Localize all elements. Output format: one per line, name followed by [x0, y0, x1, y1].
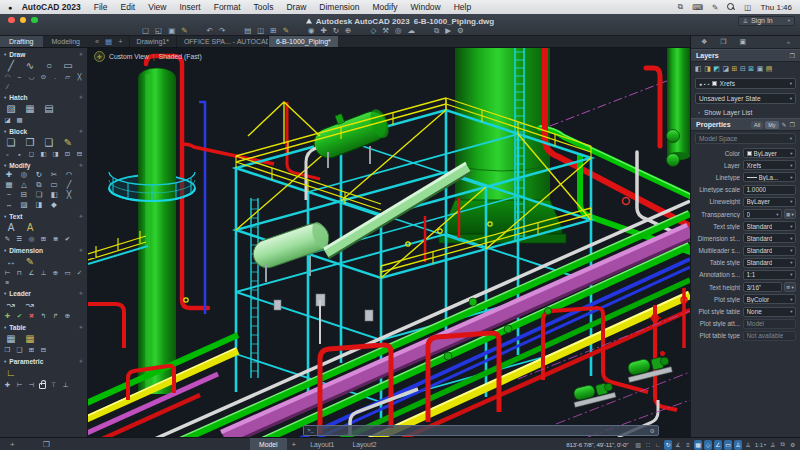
display-mirroring-icon[interactable]: ⧉	[678, 2, 683, 12]
drawing-canvas[interactable]	[88, 48, 690, 437]
draw-tool-icon[interactable]: ╳	[75, 73, 84, 81]
navigation-compass-icon[interactable]: ✛	[94, 51, 105, 62]
modify-tool-icon[interactable]: ◎	[18, 170, 30, 179]
workspace-icon[interactable]: ♙	[769, 440, 778, 450]
modify-tool-icon[interactable]: ❏	[33, 190, 45, 199]
viewport-controls[interactable]: ✛ Custom View | Shaded (Fast)	[94, 51, 202, 62]
options-icon[interactable]: ⚙	[457, 26, 464, 35]
zoom-window-button[interactable]	[31, 17, 38, 24]
text-tool-icon[interactable]: ✔	[63, 235, 72, 243]
palette-section-table[interactable]: ▾Table✳	[0, 322, 87, 332]
dynamic-ucs-icon[interactable]: ∠	[714, 440, 723, 450]
new-layout-icon[interactable]: +	[10, 440, 15, 449]
dimension-tool-icon[interactable]: ✎	[22, 255, 38, 268]
modify-tool-icon[interactable]: ◨	[33, 200, 45, 209]
annotation-visibility-icon[interactable]: ♙	[734, 440, 743, 450]
block-tool-icon[interactable]: ❏	[3, 136, 19, 149]
new-file-icon[interactable]: ▢	[142, 26, 149, 35]
parametric-tool-icon[interactable]: ⊥	[61, 381, 70, 389]
filter-my-button[interactable]: My	[765, 121, 778, 129]
visual-style-control[interactable]: Shaded (Fast)	[159, 53, 202, 60]
draw-tool-icon[interactable]: ○	[41, 59, 57, 72]
redo-icon[interactable]: ↷	[219, 26, 225, 35]
settings-gear-icon[interactable]: ⚙	[789, 440, 798, 450]
menu-edit[interactable]: Edit	[114, 0, 142, 14]
hatch-tool-icon[interactable]: ▦	[22, 102, 38, 115]
annotation-autoscale-icon[interactable]: ♙	[744, 440, 753, 450]
parametric-tool-icon[interactable]: ⊤	[49, 381, 58, 389]
property-field-text-height[interactable]: 3/16"	[743, 282, 782, 292]
layer-freeze-icon[interactable]: ◩	[713, 65, 720, 73]
section-gear-icon[interactable]: ✳	[79, 324, 83, 330]
snap-icon[interactable]: ▦	[694, 440, 703, 450]
palette-section-draw[interactable]: ▾Draw✳	[0, 49, 87, 59]
text-tool-icon[interactable]: A	[3, 221, 19, 234]
property-extra-button[interactable]: ⊞ ▾	[784, 282, 796, 292]
modify-tool-icon[interactable]: △	[18, 180, 30, 189]
text-tool-icon[interactable]: A	[22, 221, 38, 234]
leader-tool-icon[interactable]: ↝	[22, 298, 38, 311]
tools-icon[interactable]: ⚒	[382, 26, 389, 35]
spotlight-search-icon[interactable]	[727, 3, 735, 11]
dimension-tool-icon[interactable]: ⊓	[15, 269, 24, 277]
menu-autocad-2023[interactable]: AutoCAD 2023	[15, 0, 87, 14]
dynamic-input-icon[interactable]: ▭	[724, 440, 733, 450]
draw-tool-icon[interactable]: ▭	[60, 59, 76, 72]
property-field-layer[interactable]: Xrefs▾	[743, 160, 796, 170]
block-tool-icon[interactable]: ◧	[39, 150, 48, 158]
layer-off-icon[interactable]: ◨	[704, 65, 711, 73]
new-layer-icon[interactable]: ◧	[695, 65, 702, 73]
text-tool-icon[interactable]: ≣	[51, 235, 60, 243]
isodraft-icon[interactable]: ↻	[664, 440, 673, 450]
constraint-lock-icon[interactable]	[39, 383, 46, 389]
draw-tool-icon[interactable]: ∕	[3, 82, 12, 90]
plot-preview-icon[interactable]: ◫	[257, 26, 264, 35]
modify-tool-icon[interactable]: ▨	[18, 200, 30, 209]
sheets-palette-tab[interactable]: ❐	[720, 38, 726, 46]
new-layout-tab-button[interactable]: +	[287, 438, 302, 450]
view-name-control[interactable]: Custom View	[109, 53, 149, 60]
menu-clock[interactable]: Thu 1:46	[760, 3, 792, 12]
layout-list-icon[interactable]: ❒	[43, 440, 50, 449]
draw-tool-icon[interactable]: ◠	[3, 73, 12, 81]
section-gear-icon[interactable]: ✳	[79, 128, 83, 134]
block-tool-icon[interactable]: ◨	[51, 150, 60, 158]
block-tool-icon[interactable]: ⊟	[75, 150, 84, 158]
layer-match-icon[interactable]: ⊞	[732, 65, 738, 73]
ortho-icon[interactable]: ∟	[654, 440, 663, 450]
filter-all-button[interactable]: All	[751, 121, 763, 129]
sign-in-button[interactable]: ♙ Sign In ▾	[738, 16, 795, 26]
layer-isolate-icon[interactable]: ⊠	[748, 65, 754, 73]
property-field-table-style[interactable]: Standard▾	[743, 258, 796, 268]
section-gear-icon[interactable]: ✳	[79, 247, 83, 253]
draw-tool-icon[interactable]: ╱	[3, 59, 19, 72]
leader-tool-icon[interactable]: ⊕	[63, 312, 72, 320]
modify-tool-icon[interactable]: ╳	[63, 190, 75, 199]
table-tool-icon[interactable]: ▦	[22, 332, 38, 345]
palette-section-leader[interactable]: ▾Leader✳	[0, 288, 87, 298]
property-field-lineweight[interactable]: ByLayer▾	[743, 197, 796, 207]
leader-tool-icon[interactable]: ✔	[15, 312, 24, 320]
draw-tool-icon[interactable]: ∿	[22, 59, 38, 72]
modify-tool-icon[interactable]: ⧉	[33, 180, 45, 189]
undo-icon[interactable]: ↶	[207, 26, 213, 35]
palette-section-text[interactable]: ▾Text✳	[0, 211, 87, 221]
table-tool-icon[interactable]: ❐	[3, 346, 12, 354]
window-icon[interactable]: ⧉	[434, 26, 439, 35]
command-line-bar[interactable]: >_ ⚙	[303, 425, 659, 436]
layout-tab-layout2[interactable]: Layout2	[343, 438, 385, 450]
table-tool-icon[interactable]: ▦	[3, 332, 19, 345]
property-field-color[interactable]: ByLayer▾	[743, 148, 796, 158]
osnap-settings-icon[interactable]: ◇	[370, 26, 376, 35]
layer-lock-icon[interactable]: ◪	[722, 65, 729, 73]
render-icon[interactable]: ◎	[395, 26, 402, 35]
modify-tool-icon[interactable]: ↔	[3, 200, 15, 209]
property-field-linetype[interactable]: ByLa...▾	[743, 172, 796, 182]
hatch-tool-icon[interactable]: ◪	[3, 116, 12, 124]
orbit-icon[interactable]: ↻	[333, 26, 339, 35]
leader-tool-icon[interactable]: ↝	[3, 298, 19, 311]
properties-palette-tab[interactable]: ▣	[740, 38, 747, 46]
draw-tool-icon[interactable]: ⊙	[39, 73, 48, 81]
leader-tool-icon[interactable]: ↱	[51, 312, 60, 320]
layer-state-selector[interactable]: Unsaved Layer State ▾	[695, 93, 796, 104]
